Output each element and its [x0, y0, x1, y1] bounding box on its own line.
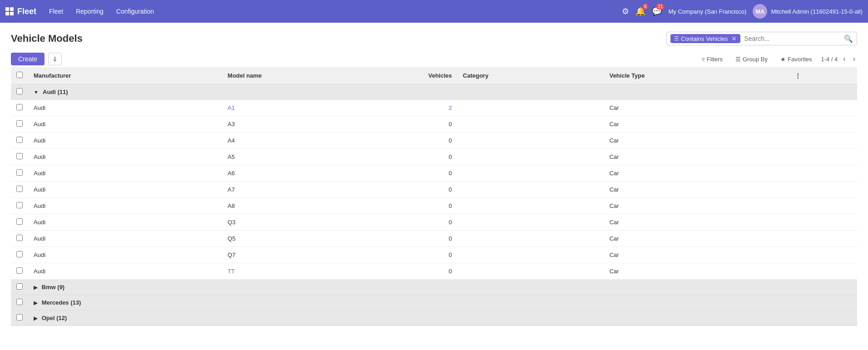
select-all-checkbox[interactable] — [16, 72, 23, 78]
table-row[interactable]: Audi Q7 0 Car — [11, 247, 857, 263]
row-checkbox-cell[interactable] — [11, 149, 28, 165]
group-toggle-icon[interactable]: ▶ — [34, 285, 37, 290]
row-options — [789, 133, 857, 149]
col-select-all[interactable] — [11, 67, 28, 84]
row-checkbox[interactable] — [16, 153, 23, 159]
row-checkbox-cell[interactable] — [11, 263, 28, 280]
group-row[interactable]: ▶ Opel (12) — [11, 311, 857, 326]
create-button[interactable]: Create — [11, 53, 45, 65]
messages-badge: 21 — [656, 4, 665, 10]
page-title: Vehicle Models — [11, 33, 83, 44]
notification-icon[interactable]: 🔔 6 — [635, 6, 645, 16]
group-label[interactable]: ▶ Mercedes (13) — [28, 295, 857, 311]
col-vehicles[interactable]: Vehicles — [403, 67, 457, 84]
group-checkbox-cell[interactable] — [11, 280, 28, 295]
filter-tag-remove[interactable]: ✕ — [731, 35, 737, 42]
search-filter-tag[interactable]: ☰ Contains Vehicles ✕ — [670, 34, 740, 43]
group-checkbox-cell[interactable] — [11, 311, 28, 326]
group-checkbox[interactable] — [16, 283, 23, 290]
row-model[interactable]: TT — [222, 263, 403, 280]
table-row[interactable]: Audi A8 0 Car — [11, 198, 857, 214]
nav-reporting[interactable]: Reporting — [70, 5, 109, 18]
row-vehicle-type: Car — [604, 247, 790, 263]
col-manufacturer[interactable]: Manufacturer — [28, 67, 222, 84]
row-checkbox-cell[interactable] — [11, 214, 28, 231]
row-checkbox[interactable] — [16, 218, 23, 225]
row-vehicles: 2 — [403, 100, 457, 116]
row-vehicle-type: Car — [604, 198, 790, 214]
row-checkbox[interactable] — [16, 169, 23, 176]
table-row[interactable]: Audi A3 0 Car — [11, 116, 857, 133]
row-checkbox-cell[interactable] — [11, 247, 28, 263]
col-vehicle-type[interactable]: Vehicle Type — [604, 67, 790, 84]
table-row[interactable]: Audi TT 0 Car — [11, 263, 857, 280]
row-checkbox-cell[interactable] — [11, 100, 28, 116]
col-category[interactable]: Category — [457, 67, 604, 84]
table-row[interactable]: Audi Q3 0 Car — [11, 214, 857, 231]
row-vehicles: 0 — [403, 116, 457, 133]
group-label[interactable]: ▶ Opel (12) — [28, 311, 857, 326]
filters-button[interactable]: ▿ Filters — [698, 54, 726, 64]
pagination-text: 1-4 / 4 — [821, 56, 838, 63]
data-table: Manufacturer Model name Vehicles Categor… — [11, 67, 857, 326]
group-checkbox[interactable] — [16, 299, 23, 305]
group-toggle-icon[interactable]: ▶ — [34, 300, 37, 306]
group-label[interactable]: ▼ Audi (11) — [28, 84, 857, 100]
row-checkbox[interactable] — [16, 186, 23, 192]
row-checkbox-cell[interactable] — [11, 182, 28, 198]
search-button[interactable]: 🔍 — [844, 35, 853, 43]
table-row[interactable]: Audi Q5 0 Car — [11, 231, 857, 247]
search-input[interactable] — [744, 35, 840, 42]
nav-fleet[interactable]: Fleet — [44, 5, 69, 18]
row-checkbox-cell[interactable] — [11, 116, 28, 133]
group-row[interactable]: ▼ Audi (11) — [11, 84, 857, 100]
favorites-button[interactable]: ★ Favorites — [777, 54, 815, 64]
row-checkbox[interactable] — [16, 137, 23, 143]
pagination-next[interactable]: › — [851, 54, 857, 64]
star-icon: ★ — [780, 56, 786, 63]
row-checkbox[interactable] — [16, 120, 23, 127]
row-checkbox-cell[interactable] — [11, 133, 28, 149]
group-row[interactable]: ▶ Bmw (9) — [11, 280, 857, 295]
group-row[interactable]: ▶ Mercedes (13) — [11, 295, 857, 311]
table-row[interactable]: Audi A1 2 Car — [11, 100, 857, 116]
group-label[interactable]: ▶ Bmw (9) — [28, 280, 857, 295]
group-checkbox[interactable] — [16, 314, 23, 320]
row-options — [789, 165, 857, 182]
row-model[interactable]: A1 — [222, 100, 403, 116]
group-toggle-icon[interactable]: ▶ — [34, 315, 37, 321]
company-name[interactable]: My Company (San Francisco) — [668, 8, 746, 15]
row-checkbox-cell[interactable] — [11, 198, 28, 214]
row-checkbox[interactable] — [16, 267, 23, 274]
table-row[interactable]: Audi A7 0 Car — [11, 182, 857, 198]
row-checkbox[interactable] — [16, 235, 23, 241]
settings-icon[interactable]: ⚙ — [622, 6, 629, 16]
user-menu[interactable]: MA Mitchell Admin (11602491-15-0-all) — [753, 4, 863, 19]
brand-area[interactable]: Fleet — [5, 7, 36, 16]
download-button[interactable]: ⇓ — [48, 53, 62, 65]
groupby-button[interactable]: ☰ Group By — [732, 54, 771, 64]
group-checkbox-cell[interactable] — [11, 84, 28, 100]
group-toggle-icon[interactable]: ▼ — [34, 89, 39, 95]
model-link[interactable]: A1 — [228, 104, 235, 111]
row-checkbox-cell[interactable] — [11, 231, 28, 247]
group-checkbox[interactable] — [16, 88, 23, 94]
model-link[interactable]: TT — [228, 268, 235, 275]
row-vehicles: 0 — [403, 133, 457, 149]
table-row[interactable]: Audi A5 0 Car — [11, 149, 857, 165]
row-checkbox[interactable] — [16, 202, 23, 208]
topnav-menu: Fleet Reporting Configuration — [44, 5, 618, 18]
col-options[interactable]: ⋮ — [789, 67, 857, 84]
table-row[interactable]: Audi A4 0 Car — [11, 133, 857, 149]
row-checkbox[interactable] — [16, 251, 23, 257]
col-model-name[interactable]: Model name — [222, 67, 403, 84]
row-checkbox[interactable] — [16, 104, 23, 110]
row-checkbox-cell[interactable] — [11, 165, 28, 182]
row-model: A4 — [222, 133, 403, 149]
pagination-prev[interactable]: ‹ — [841, 54, 847, 64]
row-manufacturer: Audi — [28, 165, 222, 182]
group-checkbox-cell[interactable] — [11, 295, 28, 311]
nav-configuration[interactable]: Configuration — [111, 5, 159, 18]
table-row[interactable]: Audi A6 0 Car — [11, 165, 857, 182]
messages-icon[interactable]: 💬 21 — [652, 6, 662, 16]
